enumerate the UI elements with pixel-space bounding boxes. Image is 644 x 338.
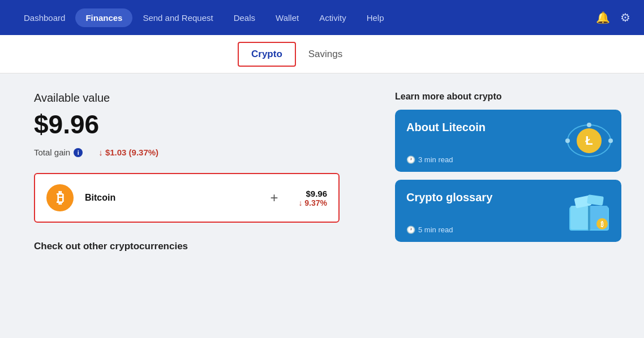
glossary-card-time: 🕐 5 min read (406, 226, 610, 234)
left-panel: Available value $9.96 Total gain i ↓ $1.… (34, 92, 361, 324)
litecoin-card-title: About Litecoin (406, 121, 610, 134)
available-label: Available value (34, 92, 361, 105)
bitcoin-amount: $9.96 (298, 189, 327, 198)
nav-item-deals[interactable]: Deals (224, 8, 265, 27)
clock-icon-2: 🕐 (406, 226, 415, 234)
litecoin-card[interactable]: About Litecoin 🕐 3 min read Ł (395, 110, 621, 172)
notification-icon[interactable]: 🔔 (596, 11, 610, 24)
nav-item-wallet[interactable]: Wallet (265, 8, 309, 27)
svg-point-3 (565, 138, 570, 143)
bitcoin-name: Bitcoin (85, 193, 250, 203)
nav-item-send-request[interactable]: Send and Request (132, 8, 223, 27)
glossary-card[interactable]: Crypto glossary 🕐 5 min read (395, 180, 621, 242)
settings-icon[interactable]: ⚙ (620, 11, 630, 24)
glossary-card-title: Crypto glossary (406, 191, 610, 204)
right-panel: Learn more about crypto About Litecoin 🕐… (395, 92, 621, 324)
svg-text:Ł: Ł (585, 133, 593, 148)
nav-item-finances[interactable]: Finances (75, 8, 132, 27)
clock-icon: 🕐 (406, 155, 415, 164)
info-icon[interactable]: i (74, 148, 83, 157)
bitcoin-add-button[interactable]: + (270, 190, 278, 206)
nav-item-help[interactable]: Help (357, 8, 394, 27)
nav-item-activity[interactable]: Activity (309, 8, 357, 27)
learn-label: Learn more about crypto (395, 92, 621, 102)
tabs-bar: Crypto Savings (0, 35, 644, 73)
bitcoin-change: ↓ 9.37% (298, 198, 327, 207)
bitcoin-card[interactable]: ₿ Bitcoin + $9.96 ↓ 9.37% (34, 173, 340, 223)
total-gain-label: Total gain i (34, 148, 83, 157)
total-gain-value: ↓ $1.03 (9.37%) (98, 148, 158, 157)
tab-savings[interactable]: Savings (296, 43, 355, 66)
available-value: $9.96 (34, 109, 361, 140)
litecoin-card-time: 🕐 3 min read (406, 155, 610, 164)
navbar: Dashboard Finances Send and Request Deal… (0, 0, 644, 35)
tab-crypto[interactable]: Crypto (238, 42, 296, 67)
svg-point-4 (608, 138, 613, 143)
total-gain-text: Total gain (34, 148, 70, 157)
bitcoin-logo: ₿ (46, 184, 74, 211)
total-gain-row: Total gain i ↓ $1.03 (9.37%) (34, 148, 361, 157)
main-content: Available value $9.96 Total gain i ↓ $1.… (0, 73, 644, 338)
nav-item-dashboard[interactable]: Dashboard (14, 8, 75, 27)
check-other-label: Check out other cryptocurrencies (34, 241, 361, 252)
bitcoin-values: $9.96 ↓ 9.37% (298, 189, 327, 207)
